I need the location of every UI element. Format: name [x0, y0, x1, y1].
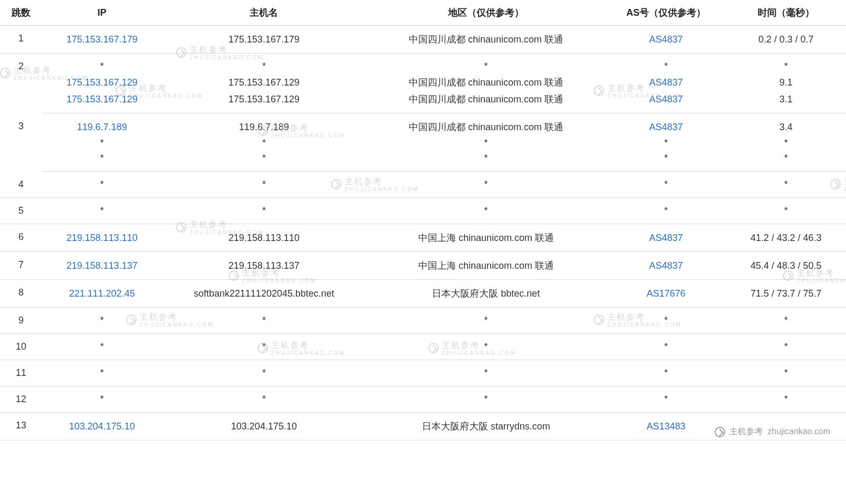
cell-hop: 3 [0, 113, 42, 172]
cell-ip: * [42, 198, 162, 224]
table-row: 8221.111.202.45softbank221111202045.bbte… [0, 280, 846, 308]
cell-ip[interactable]: 175.153.167.129 [42, 91, 162, 113]
table-body: 1175.153.167.179175.153.167.179中国四川成都 ch… [0, 26, 846, 440]
cell-hop: 8 [0, 280, 42, 308]
cell-host: softbank221111202045.bbtec.net [162, 280, 366, 308]
table-row: 11***** [0, 360, 846, 386]
cell-region: 中国四川成都 chinaunicom.com 联通 [366, 91, 606, 113]
cell-host: * [162, 308, 366, 334]
cell-region: 日本大阪府大阪 starrydns.com [366, 413, 606, 440]
cell-time: * [726, 172, 846, 198]
header-host: 主机名 [162, 0, 366, 26]
table-row: 175.153.167.129175.153.167.129中国四川成都 chi… [0, 74, 846, 91]
cell-ip: * [42, 54, 162, 75]
cell-as: * [606, 172, 726, 198]
cell-region: * [366, 135, 606, 151]
header-hop: 跳数 [0, 0, 42, 26]
cell-time: * [726, 308, 846, 334]
cell-as: * [606, 151, 726, 172]
cell-hop: 2 [0, 54, 42, 113]
cell-time: 0.2 / 0.3 / 0.7 [726, 26, 846, 54]
cell-host: * [162, 151, 366, 172]
cell-as: * [606, 360, 726, 386]
cell-hop: 12 [0, 386, 42, 413]
cell-as[interactable]: AS4837 [606, 113, 726, 136]
table-row: 4***** [0, 172, 846, 198]
header-as: AS号（仅供参考） [606, 0, 726, 26]
cell-region: * [366, 386, 606, 413]
cell-ip[interactable]: 219.158.113.137 [42, 252, 162, 280]
cell-time: 3.4 [726, 113, 846, 136]
footer-watermark-domain: zhujicankao.com [768, 427, 830, 436]
cell-ip[interactable]: 219.158.113.110 [42, 224, 162, 252]
table-row: 9***** [0, 308, 846, 334]
cell-region: * [366, 360, 606, 386]
cell-time: * [726, 360, 846, 386]
cell-time: 71.5 / 73.7 / 75.7 [726, 280, 846, 308]
cell-time: * [726, 151, 846, 172]
cell-hop: 9 [0, 308, 42, 334]
table-row: 175.153.167.129175.153.167.129中国四川成都 chi… [0, 91, 846, 113]
cell-ip: * [42, 135, 162, 151]
cell-time: 3.1 [726, 91, 846, 113]
cell-host: * [162, 334, 366, 360]
cell-ip[interactable]: 175.153.167.129 [42, 74, 162, 91]
cell-region: 中国四川成都 chinaunicom.com 联通 [366, 113, 606, 136]
watermark-icon [715, 427, 725, 437]
cell-time: 41.2 / 43.2 / 46.3 [726, 224, 846, 252]
table-row: 6219.158.113.110219.158.113.110中国上海 chin… [0, 224, 846, 252]
cell-as[interactable]: AS4837 [606, 91, 726, 113]
table-header-row: 跳数 IP 主机名 地区（仅供参考） AS号（仅供参考） 时间（毫秒） [0, 0, 846, 26]
cell-region: 日本大阪府大阪 bbtec.net [366, 280, 606, 308]
cell-host: 175.153.167.129 [162, 74, 366, 91]
cell-region: * [366, 308, 606, 334]
cell-ip[interactable]: 103.204.175.10 [42, 413, 162, 440]
cell-as[interactable]: AS4837 [606, 26, 726, 54]
header-time: 时间（毫秒） [726, 0, 846, 26]
cell-as[interactable]: AS4837 [606, 74, 726, 91]
cell-as[interactable]: AS17676 [606, 280, 726, 308]
cell-host: * [162, 198, 366, 224]
cell-ip[interactable]: 119.6.7.189 [42, 113, 162, 136]
cell-host: * [162, 386, 366, 413]
cell-time: * [726, 334, 846, 360]
table-row: ***** [0, 135, 846, 151]
table-row: 7219.158.113.137219.158.113.137中国上海 chin… [0, 252, 846, 280]
cell-ip: * [42, 334, 162, 360]
table-row: 1175.153.167.179175.153.167.179中国四川成都 ch… [0, 26, 846, 54]
cell-ip: * [42, 386, 162, 413]
cell-as[interactable]: AS4837 [606, 252, 726, 280]
header-ip: IP [42, 0, 162, 26]
cell-region: * [366, 334, 606, 360]
cell-host: 219.158.113.110 [162, 224, 366, 252]
cell-region: 中国四川成都 chinaunicom.com 联通 [366, 26, 606, 54]
cell-region: 中国四川成都 chinaunicom.com 联通 [366, 74, 606, 91]
table-row: ***** [0, 151, 846, 172]
cell-hop: 11 [0, 360, 42, 386]
cell-host: 175.153.167.129 [162, 91, 366, 113]
table-row: 2***** [0, 54, 846, 75]
cell-hop: 4 [0, 172, 42, 198]
cell-host: * [162, 172, 366, 198]
cell-as: * [606, 135, 726, 151]
cell-as: * [606, 198, 726, 224]
table-row: 5***** [0, 198, 846, 224]
cell-hop: 6 [0, 224, 42, 252]
cell-time: 9.1 [726, 74, 846, 91]
cell-ip: * [42, 172, 162, 198]
cell-ip[interactable]: 221.111.202.45 [42, 280, 162, 308]
cell-time: * [726, 198, 846, 224]
traceroute-table: 跳数 IP 主机名 地区（仅供参考） AS号（仅供参考） 时间（毫秒） 1175… [0, 0, 846, 440]
cell-time: 45.4 / 48.3 / 50.5 [726, 252, 846, 280]
cell-as[interactable]: AS4837 [606, 224, 726, 252]
footer-watermark-text: 主机参考 [729, 427, 763, 436]
table-row: 12***** [0, 386, 846, 413]
cell-ip[interactable]: 175.153.167.179 [42, 26, 162, 54]
header-region: 地区（仅供参考） [366, 0, 606, 26]
cell-as[interactable]: AS13483 [606, 413, 726, 440]
cell-hop: 7 [0, 252, 42, 280]
cell-region: * [366, 198, 606, 224]
cell-host: 175.153.167.179 [162, 26, 366, 54]
cell-host: * [162, 135, 366, 151]
table-row: 10***** [0, 334, 846, 360]
